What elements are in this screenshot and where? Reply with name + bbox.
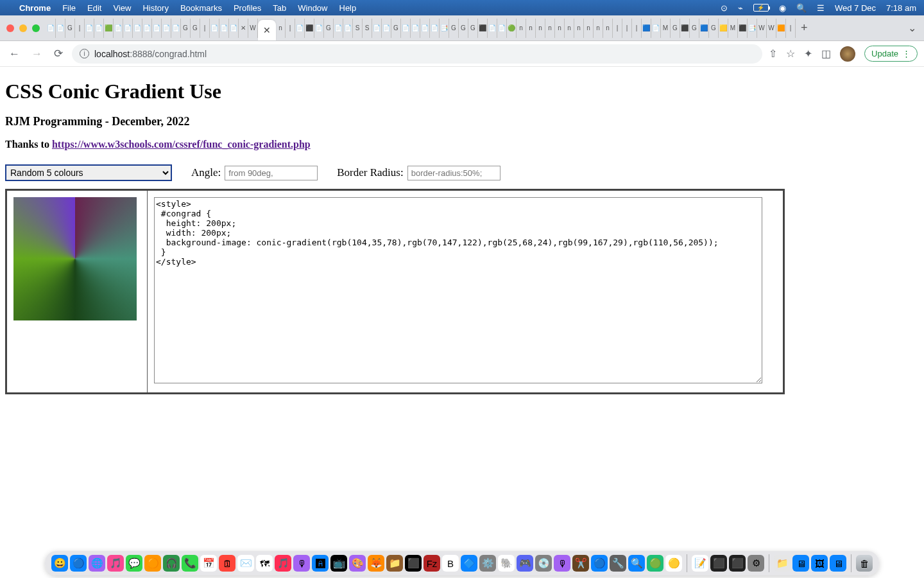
active-tab[interactable]: ✕	[258, 20, 276, 41]
border-radius-input[interactable]	[407, 166, 501, 180]
background-tab[interactable]: G	[324, 19, 334, 38]
background-tab[interactable]: G	[690, 19, 699, 38]
background-tab[interactable]: 📄	[123, 19, 133, 38]
control-center-icon[interactable]: ☰	[817, 3, 825, 13]
background-tab[interactable]: n	[594, 19, 603, 38]
background-tab[interactable]: n	[565, 19, 574, 38]
background-tab[interactable]: |	[786, 19, 796, 38]
dock-app[interactable]: 🎙	[554, 555, 570, 572]
background-tab[interactable]: n	[555, 19, 565, 38]
background-tab[interactable]: G	[191, 19, 200, 38]
minimize-window-button[interactable]	[19, 24, 27, 32]
dock-app[interactable]: 🟠	[144, 555, 161, 572]
dock-app[interactable]: 💬	[126, 555, 142, 572]
background-tab[interactable]: S	[363, 19, 372, 38]
close-window-button[interactable]	[6, 24, 14, 32]
dock-app[interactable]: ⬛	[710, 555, 727, 572]
new-tab-button[interactable]: +	[801, 21, 808, 35]
address-bar[interactable]: i localhost:8888/congrad.html	[72, 44, 762, 64]
dock-app[interactable]: ⬛	[405, 555, 422, 572]
background-tab[interactable]: 📄	[210, 19, 219, 38]
background-tab[interactable]: |	[286, 19, 295, 38]
background-tab[interactable]: S	[353, 19, 363, 38]
background-tab[interactable]: |	[75, 19, 85, 38]
background-tab[interactable]: |	[622, 19, 632, 38]
dock-app[interactable]: B	[442, 555, 459, 572]
dock-app[interactable]: 🔧	[610, 555, 626, 572]
dock-app[interactable]: 🔵	[591, 555, 608, 572]
dock-app[interactable]: 🎙	[293, 555, 310, 572]
dock-app[interactable]: 🎮	[517, 555, 533, 572]
background-tab[interactable]: G	[459, 19, 468, 38]
site-info-icon[interactable]: i	[80, 49, 89, 58]
background-tab[interactable]: G	[65, 19, 75, 38]
back-button[interactable]: ←	[6, 45, 22, 63]
background-tab[interactable]: n	[574, 19, 584, 38]
background-tab[interactable]: W	[248, 19, 258, 38]
battery-icon[interactable]: ⚡	[753, 4, 769, 12]
background-tab[interactable]: G	[709, 19, 719, 38]
dock-app[interactable]: 🔷	[461, 555, 477, 572]
background-tab[interactable]: n	[603, 19, 613, 38]
background-tab[interactable]: n	[545, 19, 555, 38]
background-tab[interactable]: 📄	[488, 19, 497, 38]
background-tab[interactable]: n	[526, 19, 536, 38]
background-tab[interactable]: 📄	[85, 19, 94, 38]
background-tab[interactable]: 🟢	[507, 19, 517, 38]
colour-count-select[interactable]: Random 5 colours	[5, 164, 172, 181]
background-tab[interactable]: 🟩	[104, 19, 114, 38]
dock-app[interactable]: 🔍	[628, 555, 645, 572]
background-tab[interactable]: 📄	[314, 19, 324, 38]
menu-tab[interactable]: Tab	[273, 3, 286, 13]
background-tab[interactable]: ⬛	[680, 19, 690, 38]
background-tab[interactable]: 📄	[401, 19, 411, 38]
dock-app[interactable]: 🦊	[368, 555, 384, 572]
background-tab[interactable]: ✕	[239, 19, 248, 38]
background-tab[interactable]: 📄	[420, 19, 430, 38]
background-tab[interactable]: 🟧	[776, 19, 786, 38]
dock-app[interactable]: ⚙️	[479, 555, 496, 572]
menu-help[interactable]: Help	[339, 3, 357, 13]
background-tab[interactable]: n	[584, 19, 594, 38]
background-tab[interactable]: 📄	[651, 19, 661, 38]
trash-icon[interactable]: 🗑	[856, 555, 873, 572]
background-tab[interactable]: 📄	[162, 19, 171, 38]
dock-app[interactable]: ⬛	[729, 555, 746, 572]
background-tab[interactable]: 📄	[114, 19, 123, 38]
background-tab[interactable]: 📄	[152, 19, 162, 38]
sidepanel-icon[interactable]: ◫	[821, 48, 831, 60]
background-tab[interactable]: 📄	[142, 19, 152, 38]
dock-app[interactable]: 📁	[386, 555, 403, 572]
menu-history[interactable]: History	[142, 3, 168, 13]
app-name[interactable]: Chrome	[19, 3, 51, 13]
dock-app[interactable]: 💿	[535, 555, 552, 572]
background-tab[interactable]: M	[661, 19, 671, 38]
background-tab[interactable]: 📄	[219, 19, 229, 38]
background-tab[interactable]: 📑	[748, 19, 757, 38]
background-tab[interactable]: 📄	[56, 19, 65, 38]
background-tab[interactable]: 📄	[411, 19, 420, 38]
background-tab[interactable]: ⬛	[738, 19, 748, 38]
background-tab[interactable]: G	[671, 19, 680, 38]
background-tab[interactable]: W	[767, 19, 776, 38]
dock-app[interactable]: 📺	[330, 555, 347, 572]
background-tab[interactable]: 📄	[334, 19, 343, 38]
update-button[interactable]: Update ⋮	[864, 46, 918, 62]
menubar-date[interactable]: Wed 7 Dec	[835, 3, 876, 13]
dock-app[interactable]: 😀	[51, 555, 68, 572]
background-tab[interactable]: G	[391, 19, 401, 38]
dock-app[interactable]: 🌐	[89, 555, 105, 572]
dock-app[interactable]: 🟢	[647, 555, 663, 572]
search-icon[interactable]: 🔍	[796, 3, 807, 13]
share-icon[interactable]: ⇧	[769, 48, 777, 60]
tab-overflow-icon[interactable]: ⌄	[908, 22, 916, 34]
dock-app[interactable]: 📁	[774, 555, 791, 572]
dock-app[interactable]: 🖥	[830, 555, 846, 572]
menu-file[interactable]: File	[62, 3, 76, 13]
background-tab[interactable]: G	[449, 19, 459, 38]
background-tab[interactable]: n	[536, 19, 545, 38]
background-tab[interactable]: 📄	[430, 19, 440, 38]
background-tab[interactable]: |	[200, 19, 210, 38]
background-tab[interactable]: M	[728, 19, 738, 38]
forward-button[interactable]: →	[29, 45, 45, 63]
